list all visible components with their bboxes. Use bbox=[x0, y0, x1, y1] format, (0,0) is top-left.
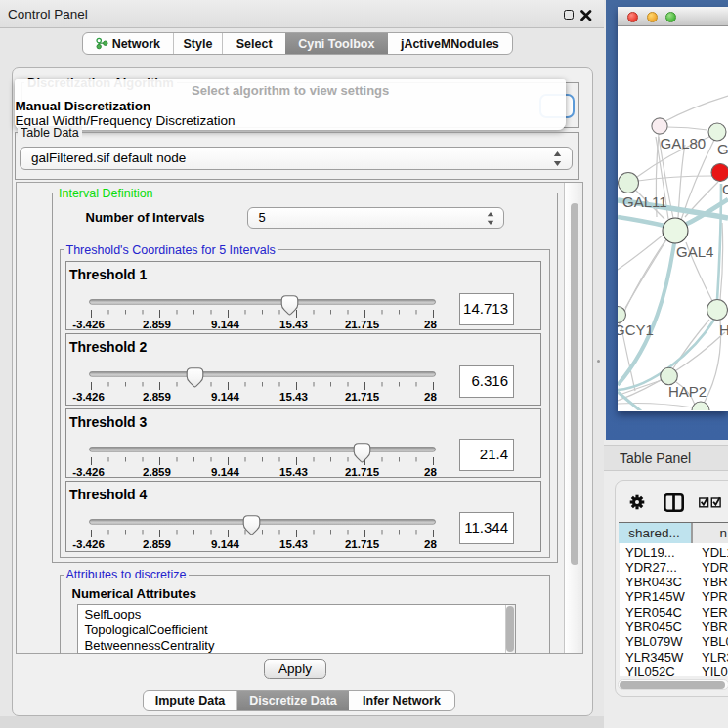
svg-text:15.43: 15.43 bbox=[279, 465, 308, 477]
svg-text:-3.426: -3.426 bbox=[72, 390, 105, 402]
svg-text:15.43: 15.43 bbox=[279, 390, 308, 402]
svg-text:9.144: 9.144 bbox=[211, 319, 239, 330]
svg-text:21.715: 21.715 bbox=[344, 538, 379, 550]
svg-text:GAL80: GAL80 bbox=[661, 135, 707, 151]
svg-text:21.715: 21.715 bbox=[344, 465, 379, 477]
svg-text:Threshold 1: Threshold 1 bbox=[69, 267, 148, 282]
svg-text:2.859: 2.859 bbox=[143, 465, 171, 477]
svg-text:-3.426: -3.426 bbox=[72, 465, 105, 477]
svg-text:GA: GA bbox=[717, 141, 728, 157]
svg-text:9.144: 9.144 bbox=[211, 390, 239, 402]
svg-text:-3.426: -3.426 bbox=[72, 538, 105, 550]
svg-text:28: 28 bbox=[424, 538, 437, 550]
svg-text:Threshold 3: Threshold 3 bbox=[69, 413, 148, 429]
svg-text:Threshold 2: Threshold 2 bbox=[69, 338, 148, 354]
svg-text:9.144: 9.144 bbox=[211, 538, 239, 550]
svg-text:28: 28 bbox=[424, 465, 437, 477]
svg-text:15.43: 15.43 bbox=[279, 319, 308, 330]
svg-text:GCY1: GCY1 bbox=[618, 321, 654, 338]
svg-text:GAL11: GAL11 bbox=[622, 193, 667, 210]
svg-text:H: H bbox=[719, 321, 728, 338]
svg-text:-3.426: -3.426 bbox=[72, 319, 105, 330]
svg-text:C: C bbox=[722, 181, 728, 197]
svg-text:Threshold 4: Threshold 4 bbox=[69, 487, 148, 502]
svg-text:GAL4: GAL4 bbox=[676, 243, 713, 260]
svg-text:15.43: 15.43 bbox=[279, 538, 308, 550]
svg-text:2.859: 2.859 bbox=[143, 538, 171, 550]
svg-text:HAP2: HAP2 bbox=[668, 383, 707, 400]
svg-text:21.715: 21.715 bbox=[344, 390, 379, 402]
svg-text:2.859: 2.859 bbox=[143, 390, 171, 402]
svg-text:9.144: 9.144 bbox=[211, 465, 239, 477]
svg-text:21.715: 21.715 bbox=[344, 319, 379, 330]
svg-text:2.859: 2.859 bbox=[143, 319, 171, 330]
svg-text:28: 28 bbox=[424, 319, 437, 330]
svg-text:28: 28 bbox=[424, 390, 437, 402]
